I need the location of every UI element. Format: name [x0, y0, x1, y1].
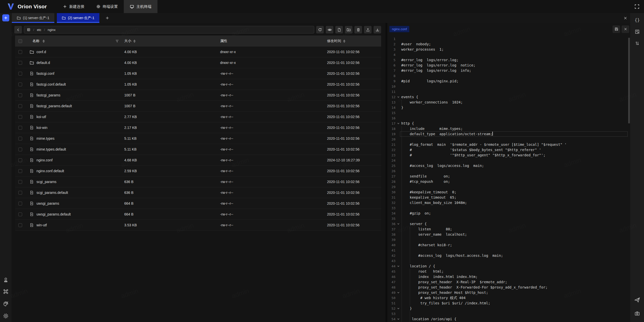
file-name[interactable]: mime.types.default: [36, 147, 66, 151]
delete-button[interactable]: [354, 26, 362, 33]
row-checkbox[interactable]: [18, 126, 22, 130]
menu-new-connection[interactable]: 新建连接: [57, 0, 90, 13]
file-name[interactable]: win-utf: [36, 223, 47, 227]
file-row[interactable]: fastcgi_params.default 1007 B -rw-r--r--…: [15, 101, 381, 112]
send-icon[interactable]: [633, 296, 641, 304]
swap-arrows-icon[interactable]: [633, 39, 641, 47]
chevron-down-icon[interactable]: [397, 307, 400, 310]
row-checkbox[interactable]: [18, 72, 22, 76]
file-name[interactable]: scgi_params.default: [36, 191, 68, 195]
row-checkbox[interactable]: [18, 169, 22, 173]
row-checkbox[interactable]: [18, 223, 22, 227]
menu-terminal-settings[interactable]: 终端设置: [90, 0, 124, 13]
upload-button[interactable]: [364, 26, 372, 33]
file-name[interactable]: mime.types: [36, 136, 55, 140]
row-checkbox[interactable]: [18, 137, 22, 140]
header-name[interactable]: 名称: [25, 39, 123, 43]
file-name[interactable]: conf.d: [36, 50, 46, 54]
file-row[interactable]: scgi_params 636 B -rw-r--r-- 2020-11-01 …: [15, 176, 381, 187]
chevron-down-icon[interactable]: [397, 265, 400, 268]
braces-icon[interactable]: {}: [633, 16, 641, 24]
menu-host-terminal[interactable]: 主机终端: [124, 0, 157, 13]
breadcrumb-nginx[interactable]: nginx: [48, 28, 56, 32]
add-tab-button[interactable]: [102, 13, 112, 23]
file-row[interactable]: koi-utf 2.77 KB -rw-r--r-- 2020-11-01 10…: [15, 112, 381, 122]
camera-icon[interactable]: [633, 309, 641, 317]
file-row[interactable]: uwsgi_params 664 B -rw-r--r-- 2020-11-01…: [15, 198, 381, 209]
file-row[interactable]: nginx.conf.default 2.59 KB -rw-r--r-- 20…: [15, 166, 381, 176]
row-checkbox[interactable]: [18, 158, 22, 162]
chevron-down-icon[interactable]: [397, 222, 400, 226]
row-checkbox[interactable]: [18, 180, 22, 184]
eye-button[interactable]: [326, 26, 333, 33]
palette-icon[interactable]: [3, 301, 9, 307]
file-name[interactable]: uwsgi_params.default: [36, 212, 71, 216]
sort-icon[interactable]: [343, 40, 345, 43]
row-checkbox[interactable]: [18, 202, 22, 205]
row-checkbox[interactable]: [18, 50, 22, 54]
row-checkbox[interactable]: [18, 83, 22, 86]
row-checkbox[interactable]: [18, 191, 22, 195]
file-name[interactable]: fastcgi_params: [36, 93, 60, 97]
row-checkbox[interactable]: [18, 104, 22, 108]
back-button[interactable]: [14, 26, 22, 33]
file-row[interactable]: default.d 4.00 KB drwxr-xr-x 2020-11-01 …: [15, 57, 381, 68]
new-file-button[interactable]: [335, 26, 343, 33]
file-name[interactable]: fastcgi.conf: [36, 71, 54, 76]
file-name[interactable]: fastcgi_params.default: [36, 104, 72, 108]
tab-server-2[interactable]: (2) server-生产-1: [57, 13, 99, 23]
funnel-icon[interactable]: [115, 40, 119, 43]
header-mtime[interactable]: 修改时间: [325, 39, 381, 43]
path-breadcrumb[interactable]: / etc / nginx: [24, 26, 314, 33]
file-name[interactable]: uwsgi_params: [36, 201, 59, 205]
row-checkbox[interactable]: [18, 115, 22, 119]
chevron-down-icon[interactable]: [397, 122, 400, 125]
file-name[interactable]: scgi_params: [36, 180, 56, 184]
header-size[interactable]: 大小: [123, 39, 219, 43]
row-checkbox[interactable]: [18, 61, 22, 65]
row-checkbox[interactable]: [18, 93, 22, 97]
command-icon[interactable]: [3, 289, 9, 295]
file-row[interactable]: mime.types.default 5.11 KB -rw-r--r-- 20…: [15, 144, 381, 155]
sort-icon[interactable]: [133, 40, 136, 43]
file-row[interactable]: scgi_params.default 636 B -rw-r--r-- 202…: [15, 187, 381, 198]
chevron-down-icon[interactable]: [397, 291, 400, 294]
user-icon[interactable]: [3, 277, 9, 283]
chevron-down-icon[interactable]: [397, 317, 400, 321]
code-line: 35: [387, 216, 630, 221]
row-checkbox[interactable]: [18, 148, 22, 151]
editor-close-button[interactable]: [622, 25, 629, 33]
file-row[interactable]: nginx.conf 4.68 KB -rw-r--r-- 2024-12-10…: [15, 155, 381, 166]
file-name[interactable]: default.d: [36, 61, 50, 65]
tab-server-1[interactable]: (1) server-生产-1: [12, 13, 54, 23]
file-row[interactable]: fastcgi_params 1007 B -rw-r--r-- 2020-11…: [15, 90, 381, 101]
file-name[interactable]: nginx.conf: [36, 158, 53, 162]
row-checkbox[interactable]: [18, 212, 22, 216]
download-button[interactable]: [374, 26, 381, 33]
new-folder-button[interactable]: [345, 26, 352, 33]
new-tab-button[interactable]: [2, 14, 9, 21]
file-name[interactable]: koi-win: [36, 126, 48, 130]
open-file-badge[interactable]: nginx.conf: [389, 26, 409, 32]
sort-icon[interactable]: [43, 40, 45, 43]
file-row[interactable]: fastcgi.conf.default 1.05 KB -rw-r--r-- …: [15, 79, 381, 90]
file-row[interactable]: conf.d 4.00 KB drwxr-xr-x 2020-11-01 10:…: [15, 47, 381, 57]
file-name[interactable]: fastcgi.conf.default: [36, 82, 66, 86]
gear-icon[interactable]: [3, 313, 9, 319]
fullscreen-icon[interactable]: [633, 3, 641, 11]
save-button[interactable]: [613, 25, 620, 33]
chevron-down-icon[interactable]: [397, 95, 400, 99]
code-area[interactable]: 12#user nobody;3worker_processes 1;45#er…: [387, 35, 630, 322]
file-name[interactable]: koi-utf: [36, 115, 46, 119]
file-row[interactable]: mime.types 5.11 KB -rw-r--r-- 2020-11-01…: [15, 133, 381, 144]
breadcrumb-etc[interactable]: etc: [37, 28, 41, 32]
panel-close-icon[interactable]: [624, 13, 627, 23]
doc-bookmark-icon[interactable]: [633, 28, 641, 36]
file-row[interactable]: uwsgi_params.default 664 B -rw-r--r-- 20…: [15, 209, 381, 220]
file-row[interactable]: koi-win 2.17 KB -rw-r--r-- 2020-11-01 10…: [15, 122, 381, 133]
select-all-checkbox[interactable]: [18, 39, 22, 43]
file-row[interactable]: win-utf 3.53 KB -rw-r--r-- 2020-11-01 10…: [15, 220, 381, 231]
file-name[interactable]: nginx.conf.default: [36, 169, 64, 173]
refresh-button[interactable]: [316, 26, 324, 33]
file-row[interactable]: fastcgi.conf 1.05 KB -rw-r--r-- 2020-11-…: [15, 68, 381, 79]
